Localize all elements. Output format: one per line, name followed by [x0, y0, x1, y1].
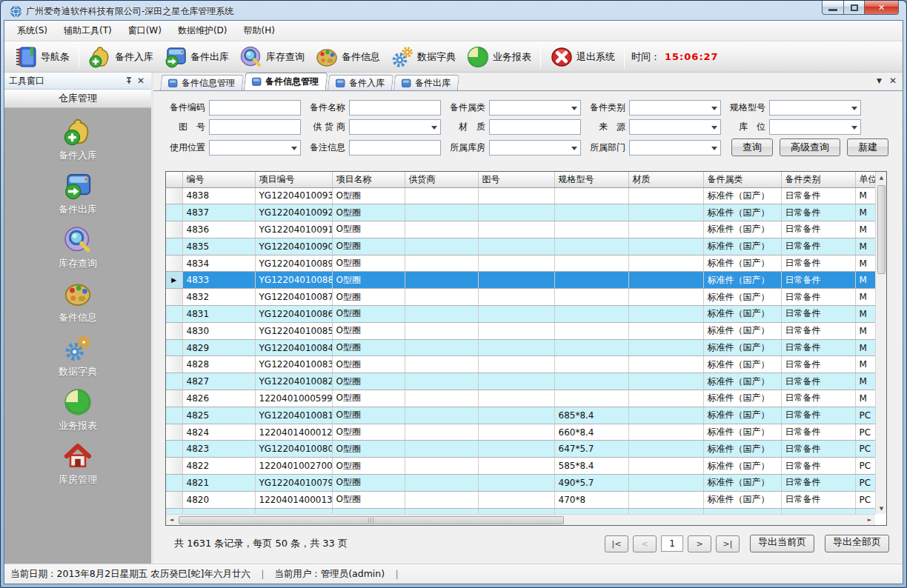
table-cell[interactable]: O型圈: [332, 272, 405, 289]
column-header-0[interactable]: 编号: [182, 172, 255, 187]
table-cell[interactable]: 4828: [182, 356, 255, 373]
table-row[interactable]: ▶4833YG12204010088O型圈标准件（国产）日常备件M: [166, 272, 875, 289]
table-cell[interactable]: [478, 204, 554, 221]
sidebar-item-3[interactable]: 备件信息: [4, 275, 151, 329]
table-row[interactable]: 4821YG12204010079O型圈490*5.7标准件（国产）日常备件PC: [166, 475, 875, 492]
table-cell[interactable]: [628, 390, 703, 407]
table-cell[interactable]: [405, 238, 478, 255]
table-row[interactable]: 4834YG12204010089O型圈标准件（国产）日常备件M: [166, 255, 875, 272]
table-cell[interactable]: [628, 373, 703, 390]
table-cell[interactable]: 标准件（国产）: [703, 204, 781, 221]
column-header-1[interactable]: 项目编号: [255, 172, 332, 187]
table-cell[interactable]: 日常备件: [781, 306, 855, 323]
table-cell[interactable]: [554, 356, 628, 373]
scroll-up-icon[interactable]: ▲: [876, 172, 887, 183]
table-cell[interactable]: [478, 187, 554, 204]
horizontal-scroll-thumb[interactable]: |||: [179, 516, 564, 524]
new-button[interactable]: 新建: [847, 138, 888, 156]
table-cell[interactable]: [478, 339, 554, 356]
table-cell[interactable]: [554, 255, 628, 272]
table-cell[interactable]: 4829: [182, 339, 255, 356]
table-cell[interactable]: PC: [855, 424, 875, 441]
table-cell[interactable]: 4823: [182, 441, 255, 458]
table-cell[interactable]: 日常备件: [781, 289, 855, 306]
toolbar-button-7[interactable]: 退出系统: [545, 43, 620, 71]
table-cell[interactable]: [405, 491, 478, 508]
toolbar-button-3[interactable]: 库存查询: [234, 43, 310, 71]
table-cell[interactable]: [478, 390, 554, 407]
table-cell[interactable]: 标准件（国产）: [703, 390, 781, 407]
table-cell[interactable]: O型圈: [332, 424, 405, 441]
table-cell[interactable]: 日常备件: [781, 373, 855, 390]
table-cell[interactable]: M: [855, 306, 875, 323]
table-cell[interactable]: 1220401400012: [255, 424, 332, 441]
tab-1[interactable]: 备件信息管理: [244, 73, 328, 90]
table-cell[interactable]: [628, 475, 703, 492]
combo-field-r2c2[interactable]: [489, 140, 581, 156]
table-cell[interactable]: [405, 424, 478, 441]
text-field-r1c2[interactable]: [489, 119, 581, 135]
table-cell[interactable]: 日常备件: [781, 238, 855, 255]
table-cell[interactable]: [554, 221, 628, 238]
table-cell[interactable]: M: [855, 322, 875, 339]
sidebar-item-0[interactable]: 备件入库: [4, 113, 151, 167]
table-cell[interactable]: 标准件（国产）: [703, 424, 781, 441]
table-cell[interactable]: [554, 390, 628, 407]
column-header-6[interactable]: 材质: [628, 172, 703, 187]
table-cell[interactable]: O型圈: [332, 339, 405, 356]
table-cell[interactable]: 日常备件: [781, 407, 855, 424]
table-cell[interactable]: [554, 204, 628, 221]
table-cell[interactable]: [628, 289, 703, 306]
sidebar-item-4[interactable]: 数据字典: [4, 329, 151, 383]
table-cell[interactable]: [405, 221, 478, 238]
menu-item-2[interactable]: 窗口(W): [120, 21, 170, 41]
table-cell[interactable]: O型圈: [332, 221, 405, 238]
table-row[interactable]: 4838YG12204010093O型圈标准件（国产）日常备件M: [166, 187, 875, 204]
table-cell[interactable]: YG12204010087: [255, 289, 332, 306]
toolbar-button-0[interactable]: 导航条: [9, 43, 75, 71]
column-header-5[interactable]: 规格型号: [554, 172, 628, 187]
table-cell[interactable]: [405, 187, 478, 204]
minimize-button[interactable]: [822, 1, 844, 15]
table-cell[interactable]: YG12204010084: [255, 339, 332, 356]
table-cell[interactable]: [405, 356, 478, 373]
table-cell[interactable]: [554, 373, 628, 390]
tab-0[interactable]: 备件信息管理: [160, 75, 244, 90]
first-page-button[interactable]: |<: [605, 535, 628, 552]
table-cell[interactable]: M: [855, 238, 875, 255]
table-cell[interactable]: [478, 475, 554, 492]
table-cell[interactable]: [628, 204, 703, 221]
table-cell[interactable]: YG12204010081: [255, 407, 332, 424]
prev-page-button[interactable]: <: [633, 535, 657, 552]
table-cell[interactable]: [478, 306, 554, 323]
table-cell[interactable]: 标准件（国产）: [703, 187, 781, 204]
table-cell[interactable]: [554, 238, 628, 255]
combo-field-r2c3[interactable]: [629, 140, 721, 156]
table-cell[interactable]: YG12204010093: [255, 187, 332, 204]
table-cell[interactable]: O型圈: [332, 356, 405, 373]
page-number-input[interactable]: 1: [661, 535, 683, 552]
table-row[interactable]: 48201220401400013O型圈470*8标准件（国产）日常备件PC: [166, 491, 875, 508]
table-cell[interactable]: 标准件（国产）: [703, 491, 781, 508]
table-cell[interactable]: [554, 306, 628, 323]
table-cell[interactable]: M: [855, 221, 875, 238]
table-cell[interactable]: 647*5.7: [554, 441, 628, 458]
sidebar-item-5[interactable]: 业务报表: [4, 383, 151, 437]
table-cell[interactable]: 标准件（国产）: [703, 339, 781, 356]
combo-field-r1c4[interactable]: [769, 119, 861, 135]
toolbar-button-5[interactable]: 数据字典: [385, 43, 461, 71]
table-row-partial[interactable]: [166, 508, 875, 514]
table-cell[interactable]: YG12204010088: [255, 272, 332, 289]
table-row[interactable]: 4831YG12204010086O型圈标准件（国产）日常备件M: [166, 306, 875, 323]
table-cell[interactable]: 490*5.7: [554, 475, 628, 492]
table-cell[interactable]: [478, 441, 554, 458]
table-cell[interactable]: [405, 373, 478, 390]
table-row[interactable]: 4835YG12204010090O型圈标准件（国产）日常备件M: [166, 238, 875, 255]
table-cell[interactable]: [628, 424, 703, 441]
table-cell[interactable]: O型圈: [332, 458, 405, 475]
query-button[interactable]: 查询: [731, 138, 773, 156]
table-cell[interactable]: 标准件（国产）: [703, 322, 781, 339]
table-cell[interactable]: [405, 204, 478, 221]
pin-icon[interactable]: [123, 75, 135, 87]
table-cell[interactable]: YG12204010090: [255, 238, 332, 255]
